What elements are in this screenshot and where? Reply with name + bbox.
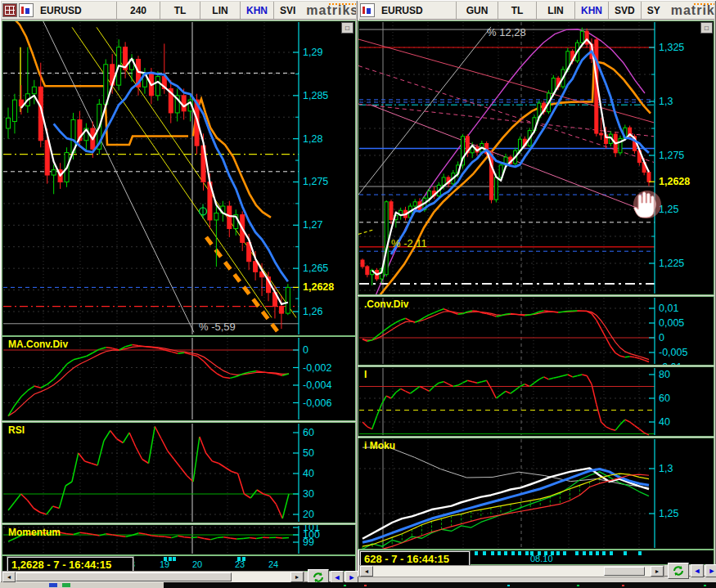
restore-button[interactable]: □ bbox=[700, 22, 713, 34]
svg-text:20: 20 bbox=[303, 509, 314, 520]
scroll-right-button[interactable]: ▸ bbox=[290, 572, 304, 582]
period-field[interactable]: GUN bbox=[457, 2, 498, 19]
refresh-button[interactable] bbox=[668, 563, 689, 579]
time-tick bbox=[602, 551, 606, 555]
matriks-logo: matriks bbox=[301, 2, 356, 19]
chart-window-right: EURUSD GUN TL LIN KHN SVD SY matriks ▼ _… bbox=[358, 0, 716, 577]
svg-text:1,2628: 1,2628 bbox=[659, 176, 690, 187]
svg-text:% -5,59: % -5,59 bbox=[199, 321, 236, 333]
time-axis[interactable]: 18192023241,2628 - 7 - 16:44:15 bbox=[2, 555, 356, 572]
time-tick bbox=[173, 557, 176, 561]
time-tick bbox=[610, 551, 613, 555]
taskbar-icon bbox=[62, 583, 70, 587]
chart-window-left: EURUSD 240 TL LIN KHN SVI matriks ▼ _ □ … bbox=[0, 0, 358, 582]
indicator-panel-momentum[interactable]: 10110099Momentum bbox=[2, 524, 356, 555]
grid-icon[interactable] bbox=[2, 3, 17, 17]
svg-text:99: 99 bbox=[303, 536, 314, 548]
svg-text:40: 40 bbox=[659, 416, 670, 428]
horizontal-scrollbar[interactable]: ◂▸ bbox=[359, 565, 664, 577]
refresh-icon bbox=[312, 572, 325, 583]
price-chart-panel[interactable]: 1,291,2851,281,2751,271,2651,261,2628% -… bbox=[2, 20, 356, 336]
time-axis[interactable]: 08.10628 - 7 - 16:44:15 bbox=[359, 550, 714, 565]
time-label: 08.10 bbox=[530, 554, 553, 563]
taskbar-icon bbox=[49, 583, 57, 587]
chart-icon[interactable] bbox=[360, 3, 375, 17]
time-tick bbox=[475, 551, 478, 555]
svg-text:0,01: 0,01 bbox=[659, 303, 678, 314]
chart-bottom-toolbar: ◂▸◄► bbox=[2, 572, 356, 582]
time-label: 19 bbox=[160, 559, 169, 569]
svg-text:0,005: 0,005 bbox=[659, 317, 684, 329]
indicator-panel-convdiv[interactable]: 0,010,0050-0,005-0,01.Conv.Div bbox=[358, 296, 714, 366]
time-label: 23 bbox=[235, 559, 245, 569]
svg-text:60: 60 bbox=[659, 393, 670, 404]
svg-text:RSI: RSI bbox=[8, 424, 25, 436]
svg-text:-0,005: -0,005 bbox=[659, 347, 687, 358]
sy-field[interactable]: SY bbox=[642, 2, 666, 19]
currency-field[interactable]: TL bbox=[160, 2, 200, 19]
svg-text:80: 80 bbox=[659, 369, 670, 380]
svd-field[interactable]: SVD bbox=[609, 2, 642, 19]
khn-field[interactable]: KHN bbox=[575, 2, 609, 19]
indicator-panel-rsi[interactable]: 6050403020RSI bbox=[2, 422, 356, 523]
symbol-field[interactable]: EURUSD bbox=[376, 2, 457, 19]
time-tick bbox=[583, 551, 586, 555]
scroll-left-button[interactable]: ◂ bbox=[360, 566, 373, 577]
svg-text:-0,006: -0,006 bbox=[303, 397, 331, 409]
svg-text:0: 0 bbox=[303, 344, 308, 356]
candles bbox=[7, 39, 290, 329]
time-tick bbox=[504, 551, 507, 555]
svg-text:1,26: 1,26 bbox=[303, 306, 322, 317]
scrollbar-thumb[interactable] bbox=[16, 572, 232, 581]
scroll-right-button[interactable]: ▸ bbox=[651, 566, 664, 577]
svg-text:1,25: 1,25 bbox=[659, 508, 678, 519]
time-tick bbox=[518, 551, 521, 555]
chart-icon[interactable] bbox=[19, 3, 34, 17]
titlebar-right: EURUSD GUN TL LIN KHN SVD SY matriks ▼ _… bbox=[359, 2, 714, 20]
scale-field[interactable]: LIN bbox=[537, 2, 575, 19]
brand-dots-icon bbox=[694, 3, 714, 5]
svg-text:30: 30 bbox=[303, 488, 314, 500]
period-field[interactable]: 240 bbox=[117, 2, 160, 19]
svg-text:1,265: 1,265 bbox=[303, 263, 328, 274]
svg-text:% -2,11: % -2,11 bbox=[391, 237, 427, 249]
scroll-left-button[interactable]: ◂ bbox=[2, 572, 16, 582]
svg-text:Momentum: Momentum bbox=[8, 527, 61, 538]
time-label: 20 bbox=[192, 559, 202, 569]
symbol-field[interactable]: EURUSD bbox=[34, 2, 117, 19]
time-tick bbox=[556, 551, 560, 555]
svg-text:1,27: 1,27 bbox=[303, 219, 322, 231]
nav-prev-button[interactable]: ◄ bbox=[691, 564, 704, 577]
indicator-panel-imoku[interactable]: 1,31,25i Moku bbox=[358, 438, 714, 550]
price-time-status: 628 - 7 - 16:44:15 bbox=[360, 551, 470, 566]
svg-text:1,2628: 1,2628 bbox=[303, 281, 334, 293]
svg-text:MA.Conv.Div: MA.Conv.Div bbox=[8, 339, 68, 350]
time-label: 24 bbox=[268, 559, 278, 569]
khn-field[interactable]: KHN bbox=[241, 2, 274, 19]
svi-field[interactable]: SVI bbox=[274, 2, 301, 19]
time-tick bbox=[498, 551, 501, 555]
svg-text:1,285: 1,285 bbox=[303, 90, 328, 101]
titlebar-left: EURUSD 240 TL LIN KHN SVI matriks ▼ _ □ … bbox=[2, 2, 356, 20]
currency-field[interactable]: TL bbox=[498, 2, 537, 19]
time-tick bbox=[525, 551, 529, 555]
indicator-panel-i[interactable]: 806040I bbox=[358, 366, 714, 437]
time-tick bbox=[483, 551, 486, 555]
indicator-panel-maconvdiv[interactable]: 0-0,002-0,004-0,006MA.Conv.Div bbox=[2, 336, 356, 421]
price-chart-panel[interactable]: 1,3251,31,2751,251,2251,2628% 12,28% -2,… bbox=[358, 20, 714, 295]
scrollbar-thumb[interactable] bbox=[604, 567, 645, 576]
svg-text:50: 50 bbox=[303, 447, 314, 459]
time-tick bbox=[624, 551, 627, 555]
svg-text:i Moku: i Moku bbox=[364, 440, 395, 451]
scale-field[interactable]: LIN bbox=[200, 2, 241, 19]
background-chart-edge bbox=[164, 582, 716, 588]
svg-text:1,25: 1,25 bbox=[659, 204, 678, 215]
svg-text:1,275: 1,275 bbox=[659, 150, 684, 161]
nav-next-button[interactable]: ► bbox=[705, 564, 716, 577]
price-time-status: 1,2628 - 7 - 16:44:15 bbox=[7, 557, 133, 572]
svg-text:% 12,28: % 12,28 bbox=[487, 26, 526, 38]
svg-text:0: 0 bbox=[659, 332, 664, 343]
time-tick bbox=[511, 551, 515, 555]
restore-button[interactable]: □ bbox=[341, 22, 353, 34]
horizontal-scrollbar[interactable]: ◂▸ bbox=[2, 571, 304, 583]
